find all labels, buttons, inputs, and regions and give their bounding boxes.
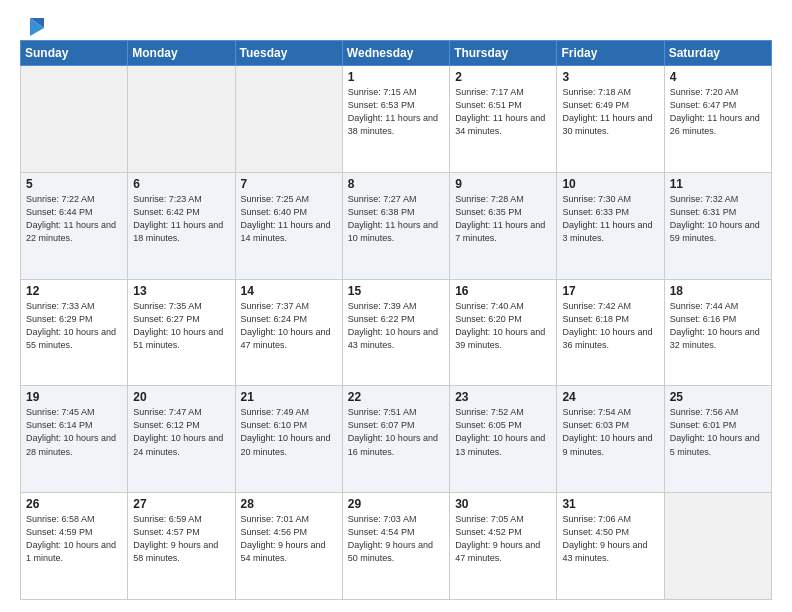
day-number: 30 [455,497,551,511]
day-info: Sunrise: 7:42 AMSunset: 6:18 PMDaylight:… [562,300,658,352]
day-cell-30: 30Sunrise: 7:05 AMSunset: 4:52 PMDayligh… [450,493,557,600]
day-cell-22: 22Sunrise: 7:51 AMSunset: 6:07 PMDayligh… [342,386,449,493]
day-number: 14 [241,284,337,298]
day-number: 22 [348,390,444,404]
day-cell-29: 29Sunrise: 7:03 AMSunset: 4:54 PMDayligh… [342,493,449,600]
day-number: 15 [348,284,444,298]
empty-cell [128,66,235,173]
day-number: 23 [455,390,551,404]
day-number: 18 [670,284,766,298]
day-cell-15: 15Sunrise: 7:39 AMSunset: 6:22 PMDayligh… [342,279,449,386]
day-number: 8 [348,177,444,191]
day-info: Sunrise: 7:40 AMSunset: 6:20 PMDaylight:… [455,300,551,352]
day-cell-6: 6Sunrise: 7:23 AMSunset: 6:42 PMDaylight… [128,172,235,279]
day-cell-26: 26Sunrise: 6:58 AMSunset: 4:59 PMDayligh… [21,493,128,600]
day-number: 31 [562,497,658,511]
weekday-header-thursday: Thursday [450,41,557,66]
day-info: Sunrise: 7:51 AMSunset: 6:07 PMDaylight:… [348,406,444,458]
day-info: Sunrise: 7:37 AMSunset: 6:24 PMDaylight:… [241,300,337,352]
day-number: 13 [133,284,229,298]
day-cell-18: 18Sunrise: 7:44 AMSunset: 6:16 PMDayligh… [664,279,771,386]
weekday-header-tuesday: Tuesday [235,41,342,66]
day-cell-25: 25Sunrise: 7:56 AMSunset: 6:01 PMDayligh… [664,386,771,493]
day-info: Sunrise: 7:27 AMSunset: 6:38 PMDaylight:… [348,193,444,245]
day-number: 21 [241,390,337,404]
weekday-header-wednesday: Wednesday [342,41,449,66]
day-cell-4: 4Sunrise: 7:20 AMSunset: 6:47 PMDaylight… [664,66,771,173]
day-info: Sunrise: 7:22 AMSunset: 6:44 PMDaylight:… [26,193,122,245]
day-cell-3: 3Sunrise: 7:18 AMSunset: 6:49 PMDaylight… [557,66,664,173]
day-cell-16: 16Sunrise: 7:40 AMSunset: 6:20 PMDayligh… [450,279,557,386]
day-cell-10: 10Sunrise: 7:30 AMSunset: 6:33 PMDayligh… [557,172,664,279]
day-number: 16 [455,284,551,298]
day-info: Sunrise: 7:28 AMSunset: 6:35 PMDaylight:… [455,193,551,245]
day-info: Sunrise: 7:33 AMSunset: 6:29 PMDaylight:… [26,300,122,352]
day-info: Sunrise: 7:05 AMSunset: 4:52 PMDaylight:… [455,513,551,565]
day-info: Sunrise: 7:03 AMSunset: 4:54 PMDaylight:… [348,513,444,565]
day-info: Sunrise: 6:59 AMSunset: 4:57 PMDaylight:… [133,513,229,565]
day-number: 2 [455,70,551,84]
week-row-1: 1Sunrise: 7:15 AMSunset: 6:53 PMDaylight… [21,66,772,173]
day-info: Sunrise: 7:39 AMSunset: 6:22 PMDaylight:… [348,300,444,352]
weekday-header-friday: Friday [557,41,664,66]
day-info: Sunrise: 7:35 AMSunset: 6:27 PMDaylight:… [133,300,229,352]
day-info: Sunrise: 7:30 AMSunset: 6:33 PMDaylight:… [562,193,658,245]
day-info: Sunrise: 7:49 AMSunset: 6:10 PMDaylight:… [241,406,337,458]
day-number: 28 [241,497,337,511]
weekday-header-saturday: Saturday [664,41,771,66]
week-row-2: 5Sunrise: 7:22 AMSunset: 6:44 PMDaylight… [21,172,772,279]
day-number: 19 [26,390,122,404]
day-info: Sunrise: 7:56 AMSunset: 6:01 PMDaylight:… [670,406,766,458]
day-info: Sunrise: 7:18 AMSunset: 6:49 PMDaylight:… [562,86,658,138]
day-number: 27 [133,497,229,511]
day-cell-23: 23Sunrise: 7:52 AMSunset: 6:05 PMDayligh… [450,386,557,493]
day-info: Sunrise: 7:06 AMSunset: 4:50 PMDaylight:… [562,513,658,565]
day-info: Sunrise: 7:17 AMSunset: 6:51 PMDaylight:… [455,86,551,138]
day-cell-19: 19Sunrise: 7:45 AMSunset: 6:14 PMDayligh… [21,386,128,493]
day-cell-28: 28Sunrise: 7:01 AMSunset: 4:56 PMDayligh… [235,493,342,600]
week-row-3: 12Sunrise: 7:33 AMSunset: 6:29 PMDayligh… [21,279,772,386]
day-cell-14: 14Sunrise: 7:37 AMSunset: 6:24 PMDayligh… [235,279,342,386]
day-info: Sunrise: 7:52 AMSunset: 6:05 PMDaylight:… [455,406,551,458]
day-number: 11 [670,177,766,191]
day-cell-8: 8Sunrise: 7:27 AMSunset: 6:38 PMDaylight… [342,172,449,279]
day-info: Sunrise: 7:44 AMSunset: 6:16 PMDaylight:… [670,300,766,352]
weekday-header-monday: Monday [128,41,235,66]
day-number: 5 [26,177,122,191]
day-number: 26 [26,497,122,511]
day-info: Sunrise: 7:25 AMSunset: 6:40 PMDaylight:… [241,193,337,245]
empty-cell [235,66,342,173]
day-info: Sunrise: 7:01 AMSunset: 4:56 PMDaylight:… [241,513,337,565]
header [20,18,772,32]
day-info: Sunrise: 7:47 AMSunset: 6:12 PMDaylight:… [133,406,229,458]
day-cell-11: 11Sunrise: 7:32 AMSunset: 6:31 PMDayligh… [664,172,771,279]
day-cell-20: 20Sunrise: 7:47 AMSunset: 6:12 PMDayligh… [128,386,235,493]
day-number: 6 [133,177,229,191]
day-number: 7 [241,177,337,191]
day-info: Sunrise: 7:45 AMSunset: 6:14 PMDaylight:… [26,406,122,458]
week-row-5: 26Sunrise: 6:58 AMSunset: 4:59 PMDayligh… [21,493,772,600]
day-info: Sunrise: 7:15 AMSunset: 6:53 PMDaylight:… [348,86,444,138]
page: SundayMondayTuesdayWednesdayThursdayFrid… [0,0,792,612]
day-number: 1 [348,70,444,84]
weekday-header-row: SundayMondayTuesdayWednesdayThursdayFrid… [21,41,772,66]
day-number: 29 [348,497,444,511]
day-cell-7: 7Sunrise: 7:25 AMSunset: 6:40 PMDaylight… [235,172,342,279]
empty-cell [664,493,771,600]
day-info: Sunrise: 7:23 AMSunset: 6:42 PMDaylight:… [133,193,229,245]
logo [20,18,44,32]
calendar-table: SundayMondayTuesdayWednesdayThursdayFrid… [20,40,772,600]
day-cell-21: 21Sunrise: 7:49 AMSunset: 6:10 PMDayligh… [235,386,342,493]
day-cell-1: 1Sunrise: 7:15 AMSunset: 6:53 PMDaylight… [342,66,449,173]
day-number: 12 [26,284,122,298]
day-number: 4 [670,70,766,84]
week-row-4: 19Sunrise: 7:45 AMSunset: 6:14 PMDayligh… [21,386,772,493]
day-number: 17 [562,284,658,298]
weekday-header-sunday: Sunday [21,41,128,66]
day-info: Sunrise: 7:32 AMSunset: 6:31 PMDaylight:… [670,193,766,245]
empty-cell [21,66,128,173]
day-info: Sunrise: 7:20 AMSunset: 6:47 PMDaylight:… [670,86,766,138]
day-info: Sunrise: 7:54 AMSunset: 6:03 PMDaylight:… [562,406,658,458]
day-cell-5: 5Sunrise: 7:22 AMSunset: 6:44 PMDaylight… [21,172,128,279]
day-cell-12: 12Sunrise: 7:33 AMSunset: 6:29 PMDayligh… [21,279,128,386]
